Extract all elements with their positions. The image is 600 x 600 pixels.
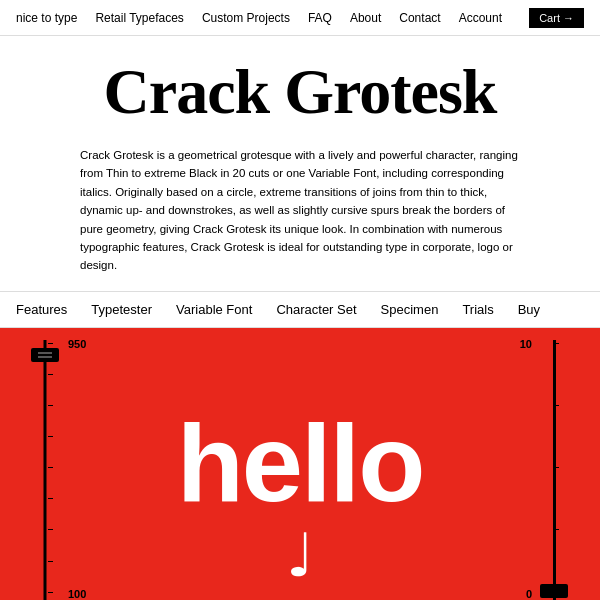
nav-about[interactable]: About	[350, 11, 381, 25]
nav-custom-projects[interactable]: Custom Projects	[202, 11, 290, 25]
tab-character-set[interactable]: Character Set	[276, 302, 356, 317]
weight-min-label: 100	[68, 588, 86, 600]
italic-slider-container: 10 0 ITALIC	[540, 328, 570, 600]
tab-specimen[interactable]: Specimen	[381, 302, 439, 317]
weight-slider-container: 950 100 WEIGHT	[30, 328, 60, 600]
nav-links: nice to type Retail Typefaces Custom Pro…	[16, 11, 502, 25]
nav-faq[interactable]: FAQ	[308, 11, 332, 25]
music-note-icon: ♩	[286, 520, 314, 590]
cart-button[interactable]: Cart →	[529, 8, 584, 28]
italic-min-label: 0	[526, 588, 532, 600]
tab-features[interactable]: Features	[16, 302, 67, 317]
typetester-area: 950 100 WEIGHT hello ♩ 10 0 ITALIC	[0, 328, 600, 600]
main-nav: nice to type Retail Typefaces Custom Pro…	[0, 0, 600, 36]
italic-track	[553, 340, 556, 600]
nav-contact[interactable]: Contact	[399, 11, 440, 25]
page-title: Crack Grotesk	[0, 36, 600, 134]
italic-max-label: 10	[520, 338, 532, 350]
nav-account[interactable]: Account	[459, 11, 502, 25]
font-description: Crack Grotesk is a geometrical grotesque…	[0, 134, 600, 291]
nav-retail-typefaces[interactable]: Retail Typefaces	[95, 11, 184, 25]
nav-nice-to-type[interactable]: nice to type	[16, 11, 77, 25]
tab-typetester[interactable]: Typetester	[91, 302, 152, 317]
tab-buy[interactable]: Buy	[518, 302, 540, 317]
weight-max-label: 950	[68, 338, 86, 350]
tab-trials[interactable]: Trials	[462, 302, 493, 317]
sub-nav: Features Typetester Variable Font Charac…	[0, 291, 600, 328]
italic-slider-thumb[interactable]	[540, 584, 568, 598]
weight-slider-thumb[interactable]	[31, 348, 59, 362]
weight-track	[44, 340, 47, 600]
tab-variable-font[interactable]: Variable Font	[176, 302, 252, 317]
